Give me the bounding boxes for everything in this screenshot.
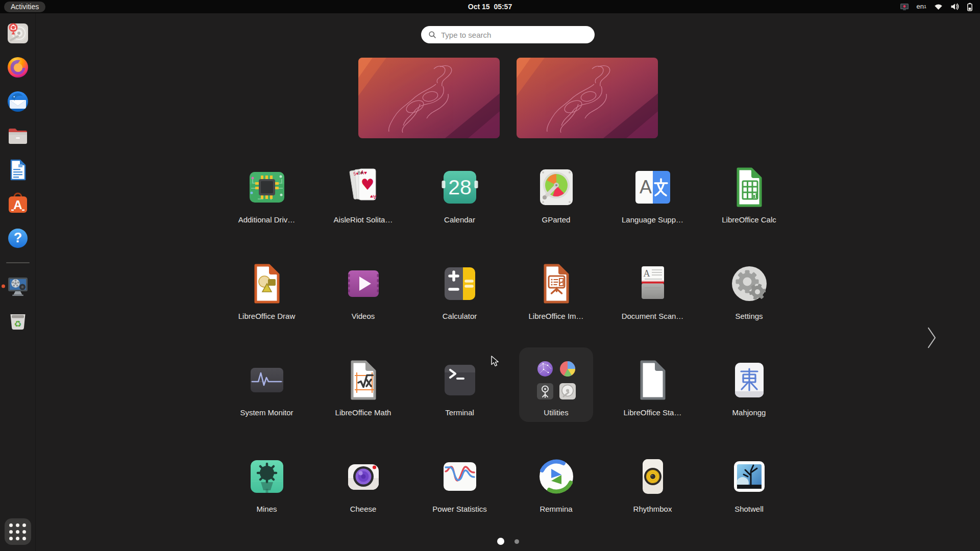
shotwell-icon xyxy=(728,455,771,498)
mini-disk-icon xyxy=(558,382,577,400)
calculator-icon xyxy=(438,262,481,305)
language-support-icon: A xyxy=(631,166,674,209)
dock-item-trash[interactable]: ♻ xyxy=(6,308,30,333)
gparted-icon xyxy=(535,166,578,209)
dock-item-media-player[interactable] xyxy=(6,274,30,298)
grid-dot xyxy=(9,523,13,527)
libreoffice-calc-icon xyxy=(728,166,771,209)
page-dot-1[interactable] xyxy=(497,538,504,545)
search-input[interactable] xyxy=(441,31,587,39)
mahjongg-icon xyxy=(728,359,771,402)
app-grid: Additional Driv…5♦8♣A♥♥A♥AisleRiot Solit… xyxy=(218,166,797,551)
app-system-monitor[interactable]: System Monitor xyxy=(218,359,315,455)
mini-globe-icon xyxy=(536,360,554,378)
workspace-thumbnail-2[interactable] xyxy=(517,58,658,138)
svg-text:A: A xyxy=(13,198,22,212)
app-mines[interactable]: Mines xyxy=(218,455,315,551)
app-label: AisleRiot Solita… xyxy=(334,215,393,224)
app-label: Cheese xyxy=(350,505,377,513)
app-label: LibreOffice Sta… xyxy=(624,408,682,417)
gnome-activities-overview: Activities Oct 15 05:57 en1 A?♻ Addition… xyxy=(0,0,980,551)
svg-text:A♥: A♥ xyxy=(360,170,367,176)
power-statistics-icon xyxy=(438,455,481,498)
app-calculator[interactable]: Calculator xyxy=(411,262,508,359)
firefox-icon xyxy=(6,55,30,80)
svg-text:A: A xyxy=(639,177,651,197)
svg-text:A♥: A♥ xyxy=(370,194,376,199)
show-applications-button[interactable] xyxy=(5,518,31,545)
dock-item-firefox[interactable] xyxy=(6,55,30,80)
app-libreoffice-draw[interactable]: LibreOffice Draw xyxy=(218,262,315,359)
app-document-scanner[interactable]: ADocument Scan… xyxy=(604,262,701,359)
battery-icon xyxy=(967,3,973,11)
app-label: Additional Driv… xyxy=(238,215,296,224)
top-bar: Activities Oct 15 05:57 en1 xyxy=(0,0,980,13)
app-label: LibreOffice Math xyxy=(335,408,391,417)
system-tray[interactable]: en1 xyxy=(900,0,973,13)
grid-dot xyxy=(9,530,13,534)
document-scanner-icon: A xyxy=(631,262,674,305)
dock-item-thunderbird[interactable] xyxy=(6,89,30,114)
app-power-statistics[interactable]: Power Statistics xyxy=(411,455,508,551)
clock-menu-button[interactable]: Oct 15 05:57 xyxy=(468,0,512,13)
app-videos[interactable]: Videos xyxy=(315,262,411,359)
app-aisleriot-solitaire[interactable]: 5♦8♣A♥♥A♥AisleRiot Solita… xyxy=(315,166,411,262)
workspace-thumbnail-1[interactable] xyxy=(358,58,500,138)
app-label: Language Supp… xyxy=(622,215,683,224)
search-bar[interactable] xyxy=(421,26,595,43)
libreoffice-draw-icon xyxy=(246,262,288,305)
app-label: LibreOffice Draw xyxy=(238,312,295,320)
app-settings[interactable]: Settings xyxy=(701,262,797,359)
dock-divider xyxy=(6,262,30,263)
svg-text:♻: ♻ xyxy=(14,319,21,329)
remmina-icon xyxy=(535,455,578,498)
page-dot-2[interactable] xyxy=(514,539,519,544)
app-additional-drivers[interactable]: Additional Driv… xyxy=(218,166,315,262)
terminal-icon xyxy=(438,359,481,402)
app-libreoffice-startcenter[interactable]: LibreOffice Sta… xyxy=(604,359,701,455)
app-mahjongg[interactable]: Mahjongg xyxy=(701,359,797,455)
app-calendar[interactable]: 28Calendar xyxy=(411,166,508,262)
system-monitor-icon xyxy=(246,359,288,402)
dock-item-ubuntu-installer[interactable] xyxy=(6,21,30,45)
cheese-icon xyxy=(342,455,385,498)
app-label: Mines xyxy=(256,505,277,513)
settings-icon xyxy=(728,262,771,305)
app-label: Calculator xyxy=(443,312,477,320)
app-libreoffice-impress[interactable]: LibreOffice Im… xyxy=(508,262,604,359)
mini-analyzer-icon xyxy=(536,382,554,400)
libreoffice-start-icon xyxy=(631,359,674,402)
wifi-icon xyxy=(934,3,943,10)
app-label: LibreOffice Im… xyxy=(528,312,583,320)
dock-item-ubuntu-software[interactable]: A xyxy=(6,192,30,216)
keyboard-layout-indicator[interactable]: en1 xyxy=(917,3,926,10)
calendar-icon: 28 xyxy=(438,166,481,209)
app-terminal[interactable]: Terminal xyxy=(411,359,508,455)
search-icon xyxy=(428,31,436,39)
next-page-arrow[interactable] xyxy=(927,327,937,349)
grid-dot xyxy=(22,523,26,527)
grid-dot xyxy=(16,537,19,540)
activities-button[interactable]: Activities xyxy=(4,2,45,12)
help-icon: ? xyxy=(6,226,30,251)
keyboard-layout-variant: 1 xyxy=(924,5,926,10)
dock-item-files[interactable] xyxy=(6,123,30,148)
libreoffice-impress-icon xyxy=(535,262,578,305)
app-libreoffice-math[interactable]: LibreOffice Math xyxy=(315,359,411,455)
app-label: GParted xyxy=(542,215,571,224)
app-cheese[interactable]: Cheese xyxy=(315,455,411,551)
app-shotwell[interactable]: Shotwell xyxy=(701,455,797,551)
app-language-support[interactable]: ALanguage Supp… xyxy=(604,166,701,262)
dock-item-help[interactable]: ? xyxy=(6,226,30,251)
dock-item-libreoffice-writer[interactable] xyxy=(6,158,30,182)
dock: A?♻ xyxy=(0,13,36,551)
app-remmina[interactable]: Remmina xyxy=(508,455,604,551)
trash-icon: ♻ xyxy=(6,308,30,333)
app-rhythmbox[interactable]: Rhythmbox xyxy=(604,455,701,551)
mini-piechart-icon xyxy=(558,360,577,378)
app-label: Rhythmbox xyxy=(633,505,672,513)
app-utilities[interactable]: Utilities xyxy=(508,359,604,455)
app-libreoffice-calc[interactable]: LibreOffice Calc xyxy=(701,166,797,262)
app-gparted[interactable]: GParted xyxy=(508,166,604,262)
app-label: Power Statistics xyxy=(432,505,487,513)
